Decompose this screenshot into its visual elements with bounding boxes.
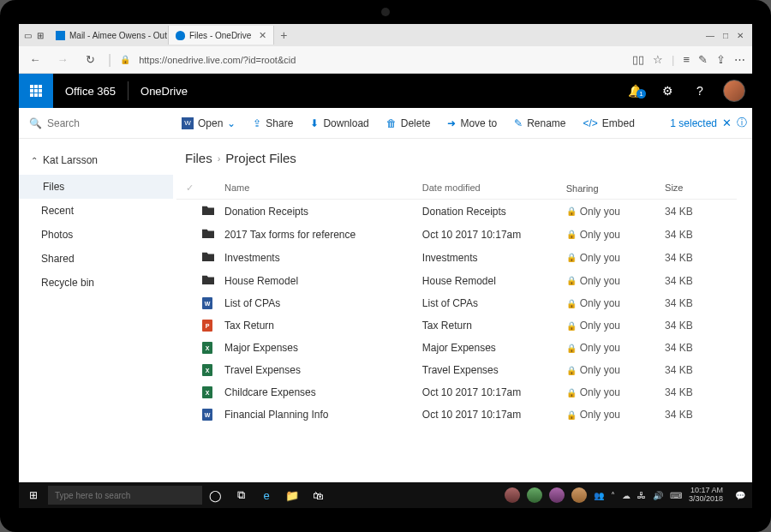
folder-icon [202, 205, 214, 215]
edge-icon[interactable]: e [254, 489, 279, 502]
help-button[interactable]: ? [684, 84, 716, 98]
action-center-icon[interactable]: 💬 [735, 491, 745, 500]
delete-button[interactable]: 🗑Delete [378, 108, 439, 138]
cortana-icon[interactable]: ◯ [202, 489, 228, 502]
file-row[interactable]: WList of CPAsList of CPAs🔒Only you34 KB [176, 292, 737, 314]
close-icon[interactable]: ✕ [259, 30, 266, 41]
new-tab-button[interactable]: + [274, 28, 293, 42]
moveto-button[interactable]: ➜Move to [439, 108, 505, 138]
file-row[interactable]: InvestmentsInvestments🔒Only you34 KB [176, 246, 737, 269]
file-row[interactable]: XTravel ExpensesTravel Expenses🔒Only you… [176, 359, 737, 381]
file-size: 34 KB [665, 275, 737, 287]
file-date: Oct 10 2017 10:17am [422, 229, 566, 241]
lock-icon: 🔒 [566, 299, 577, 308]
header-date[interactable]: Date modified [422, 182, 566, 194]
minimize-button[interactable]: — [706, 31, 714, 40]
file-name: 2017 Tax forms for reference [221, 229, 422, 241]
explorer-icon[interactable]: 📁 [279, 489, 305, 502]
sidebar-item-photos[interactable]: Photos [19, 223, 173, 247]
header-name[interactable]: Name [221, 182, 422, 194]
back-button[interactable]: ← [26, 53, 45, 66]
store-icon[interactable]: 🛍 [305, 489, 331, 502]
network-icon[interactable]: 🖧 [637, 491, 646, 500]
browser-tab-mail[interactable]: Mail - Aimee Owens - Out [49, 26, 169, 45]
brand-label[interactable]: Office 365 [53, 85, 128, 98]
file-date: Travel Expenses [422, 364, 566, 376]
file-row[interactable]: Donation ReceiptsDonation Receipts🔒Only … [176, 200, 737, 223]
settings-button[interactable]: ⚙ [651, 84, 684, 98]
file-name: Travel Expenses [221, 364, 422, 376]
embed-button[interactable]: </>Embed [575, 108, 643, 138]
rename-button[interactable]: ✎Rename [505, 108, 574, 138]
header-sharing[interactable]: Sharing [566, 182, 665, 194]
open-button[interactable]: WOpen⌄ [173, 108, 244, 138]
file-sharing: Only you [580, 364, 620, 376]
notes-icon[interactable]: ✎ [698, 53, 708, 66]
lock-icon: 🔒 [566, 410, 577, 420]
share-icon[interactable]: ⇪ [716, 53, 726, 66]
left-nav: ⌃ Kat Larsson FilesRecentPhotosSharedRec… [19, 139, 173, 482]
more-icon[interactable]: ⋯ [734, 53, 745, 66]
forward-button[interactable]: → [53, 53, 72, 66]
file-sharing: Only you [580, 206, 620, 218]
file-row[interactable]: XMajor ExpensesMajor Expenses🔒Only you34… [176, 337, 737, 359]
lock-icon: 🔒 [566, 206, 577, 216]
sidebar-item-recent[interactable]: Recent [19, 199, 173, 223]
file-size: 34 KB [665, 252, 737, 264]
file-size: 34 KB [665, 409, 737, 421]
taskbar-search-input[interactable] [48, 486, 202, 505]
tray-avatar[interactable] [527, 487, 542, 503]
search-input[interactable] [47, 117, 133, 129]
tray-chevron-icon[interactable]: ˄ [611, 491, 615, 500]
clear-selection-button[interactable]: ✕ [722, 117, 732, 129]
task-view-icon[interactable]: ⧉ [228, 488, 254, 502]
details-pane-button[interactable]: ⓘ [737, 116, 747, 130]
maximize-button[interactable]: □ [723, 31, 728, 40]
reading-view-icon[interactable]: ▯▯ [632, 53, 644, 66]
taskbar-clock[interactable]: 10:17 AM 3/30/2018 [689, 487, 728, 504]
tray-avatar[interactable] [571, 487, 587, 503]
browser-tab-onedrive[interactable]: Files - OneDrive ✕ [169, 26, 274, 45]
onedrive-icon [176, 31, 185, 40]
language-icon[interactable]: ⌨ [670, 491, 682, 500]
waffle-icon [30, 85, 42, 97]
start-button[interactable]: ⊞ [19, 489, 48, 501]
download-button[interactable]: ⬇Download [302, 108, 377, 138]
lock-icon: 🔒 [566, 366, 577, 375]
people-icon[interactable]: 👥 [594, 491, 604, 500]
file-row[interactable]: XChildcare ExpensesOct 10 2017 10:17am🔒O… [176, 381, 737, 403]
folder-icon [202, 274, 214, 284]
sidebar-item-files[interactable]: Files [19, 175, 173, 199]
url-input[interactable] [139, 55, 624, 65]
breadcrumb-root[interactable]: Files [185, 151, 212, 165]
file-date: House Remodel [422, 275, 566, 287]
favorite-icon[interactable]: ☆ [653, 53, 663, 66]
volume-icon[interactable]: 🔊 [653, 491, 663, 500]
refresh-button[interactable]: ↻ [81, 53, 99, 66]
share-button[interactable]: ⇪Share [244, 108, 302, 138]
sidebar-item-shared[interactable]: Shared [19, 247, 173, 271]
sidebar-item-recycle-bin[interactable]: Recycle bin [19, 271, 173, 295]
file-row[interactable]: 2017 Tax forms for referenceOct 10 2017 … [176, 223, 737, 246]
notifications-button[interactable]: 🔔1 [619, 84, 651, 98]
nav-owner[interactable]: ⌃ Kat Larsson [19, 149, 173, 175]
tray-avatar[interactable] [549, 487, 565, 503]
file-sharing: Only you [580, 252, 620, 264]
tray-avatar[interactable] [505, 487, 520, 503]
outlook-icon [56, 31, 65, 40]
app-launcher-button[interactable] [19, 74, 53, 108]
file-date: Oct 10 2017 10:17am [422, 409, 566, 421]
file-row[interactable]: PTax ReturnTax Return🔒Only you34 KB [176, 314, 737, 337]
file-row[interactable]: WFinancial Planning InfoOct 10 2017 10:1… [176, 403, 737, 426]
onedrive-tray-icon[interactable]: ☁ [622, 491, 631, 500]
app-name[interactable]: OneDrive [128, 85, 200, 98]
user-avatar[interactable] [723, 80, 745, 102]
header-size[interactable]: Size [665, 182, 737, 194]
hub-icon[interactable]: ≡ [683, 53, 690, 66]
breadcrumb: Files › Project Files [176, 147, 737, 177]
close-window-button[interactable]: ✕ [737, 31, 744, 40]
file-sharing: Only you [580, 297, 620, 309]
check-icon[interactable]: ✓ [186, 182, 194, 193]
command-bar: 🔍 WOpen⌄ ⇪Share ⬇Download 🗑Delete ➜Move … [19, 108, 752, 139]
file-row[interactable]: House RemodelHouse Remodel🔒Only you34 KB [176, 269, 737, 292]
